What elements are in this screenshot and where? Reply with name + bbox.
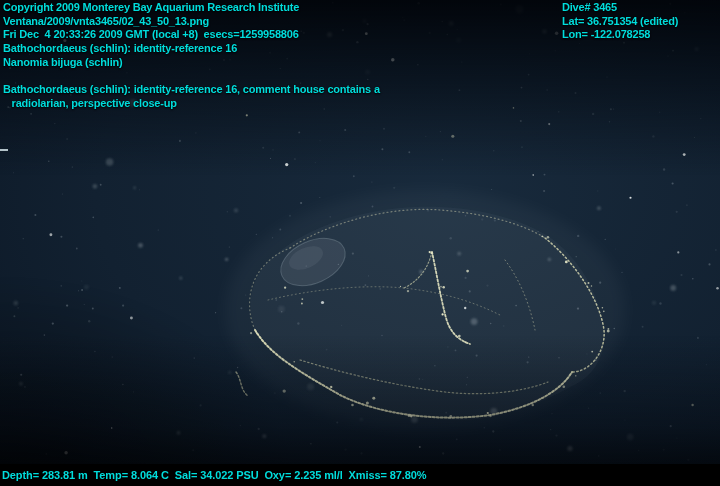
- marine-snow-particle: [419, 446, 421, 448]
- marine-snow-particle: [360, 418, 363, 421]
- marine-snow-particle: [667, 55, 668, 56]
- marine-snow-particle: [686, 204, 688, 206]
- marine-snow-particle: [408, 414, 411, 417]
- marine-snow-particle: [52, 322, 54, 324]
- marine-snow-particle: [301, 298, 303, 300]
- marine-snow-particle: [500, 4, 502, 6]
- marine-snow-particle: [456, 438, 458, 440]
- marine-snow-particle: [588, 282, 590, 284]
- marine-snow-particle: [195, 132, 196, 133]
- marine-snow-particle: [383, 128, 385, 130]
- marine-snow-particle: [591, 351, 593, 353]
- marine-snow-particle: [493, 150, 494, 151]
- annotation-line: Bathochordaeus (schlin): identity-refere…: [3, 42, 380, 56]
- marine-snow-particle: [315, 162, 316, 163]
- marine-snow-particle: [34, 214, 36, 216]
- marine-snow-particle: [283, 389, 286, 392]
- marine-snow-particle: [130, 317, 133, 320]
- marine-snow-particle: [417, 64, 419, 66]
- marine-snow-particle: [237, 367, 238, 368]
- marine-snow-particle: [66, 304, 68, 306]
- marine-snow-particle: [298, 131, 300, 133]
- marine-snow-particle: [670, 425, 672, 427]
- marine-snow-particle: [579, 43, 580, 44]
- marine-snow-particle: [695, 47, 699, 51]
- marine-snow-particle: [716, 287, 719, 290]
- marine-snow-particle: [179, 277, 182, 280]
- marine-snow-particle: [13, 301, 18, 306]
- marine-snow-particle: [542, 29, 546, 33]
- marine-snow-particle: [607, 328, 609, 330]
- marine-snow-particle: [111, 427, 113, 429]
- marine-snow-particle: [577, 235, 579, 237]
- marine-snow-particle: [484, 427, 485, 428]
- marine-snow-particle: [372, 206, 374, 208]
- marine-snow-particle: [440, 286, 442, 288]
- marine-snow-particle: [279, 229, 281, 231]
- marine-snow-particle: [575, 92, 577, 94]
- marine-snow-particle: [565, 260, 568, 263]
- marine-snow-particle: [106, 158, 114, 166]
- marine-snow-particle: [301, 303, 303, 305]
- marine-snow-particle: [13, 315, 15, 317]
- marine-snow-particle: [179, 140, 181, 142]
- marine-snow-particle: [629, 197, 631, 199]
- marine-snow-particle: [680, 274, 682, 276]
- marine-snow-particle: [270, 158, 271, 159]
- marine-snow-particle: [330, 216, 331, 217]
- marine-snow-particle: [547, 236, 550, 239]
- marine-snow-particle: [228, 371, 232, 375]
- dive-info-line: Dive# 3465: [562, 1, 678, 15]
- marine-snow-particle: [642, 326, 644, 328]
- marine-snow-particle: [677, 251, 679, 253]
- marine-snow-particle: [366, 402, 369, 405]
- marine-snow-particle: [670, 285, 676, 291]
- marine-snow-particle: [227, 211, 228, 212]
- marine-snow-particle: [708, 263, 710, 265]
- marine-snow-particle: [457, 29, 458, 30]
- marine-snow-particle: [410, 415, 413, 418]
- marine-snow-particle: [613, 108, 614, 109]
- marine-snow-particle: [258, 428, 260, 430]
- marine-snow-particle: [447, 34, 448, 35]
- marine-snow-particle: [19, 382, 23, 386]
- marine-snow-particle: [93, 184, 98, 189]
- marine-snow-particle: [49, 233, 52, 236]
- marine-snow-particle: [351, 404, 354, 407]
- marine-snow-particle: [684, 12, 686, 14]
- video-edge-artifact: [0, 149, 8, 151]
- marine-snow-particle: [60, 236, 62, 238]
- marine-snow-particle: [550, 429, 551, 430]
- marine-snow-particle: [614, 328, 616, 330]
- annotation-overlay-left: Copyright 2009 Monterey Bay Aquarium Res…: [3, 1, 380, 111]
- marine-snow-particle: [442, 159, 444, 161]
- marine-snow-particle: [555, 434, 557, 436]
- marine-snow-particle: [546, 89, 548, 91]
- marine-snow-particle: [691, 404, 693, 406]
- marine-snow-particle: [285, 163, 288, 166]
- marine-snow-particle: [372, 397, 375, 400]
- marine-snow-particle: [672, 182, 674, 184]
- marine-snow-particle: [555, 50, 556, 51]
- marine-snow-particle: [24, 386, 26, 388]
- marine-snow-particle: [246, 114, 248, 116]
- marine-snow-particle: [588, 408, 589, 409]
- marine-snow-particle: [62, 194, 63, 195]
- marine-snow-particle: [84, 285, 89, 290]
- marine-snow-particle: [81, 289, 83, 291]
- marine-snow-particle: [23, 238, 24, 239]
- marine-snow-particle: [624, 390, 626, 392]
- marine-snow-particle: [605, 239, 606, 240]
- marine-snow-particle: [64, 451, 67, 454]
- marine-snow-particle: [610, 108, 612, 110]
- annotation-line: Nanomia bijuga (schlin): [3, 56, 380, 70]
- marine-snow-particle: [456, 38, 461, 43]
- marine-snow-particle: [513, 107, 515, 109]
- marine-snow-particle: [541, 236, 543, 238]
- marine-snow-particle: [336, 422, 338, 424]
- marine-snow-particle: [697, 337, 699, 339]
- marine-snow-particle: [256, 234, 257, 235]
- marine-snow-particle: [591, 285, 592, 286]
- marine-snow-particle: [532, 404, 534, 406]
- dive-info-line: Lat= 36.751354 (edited): [562, 15, 678, 29]
